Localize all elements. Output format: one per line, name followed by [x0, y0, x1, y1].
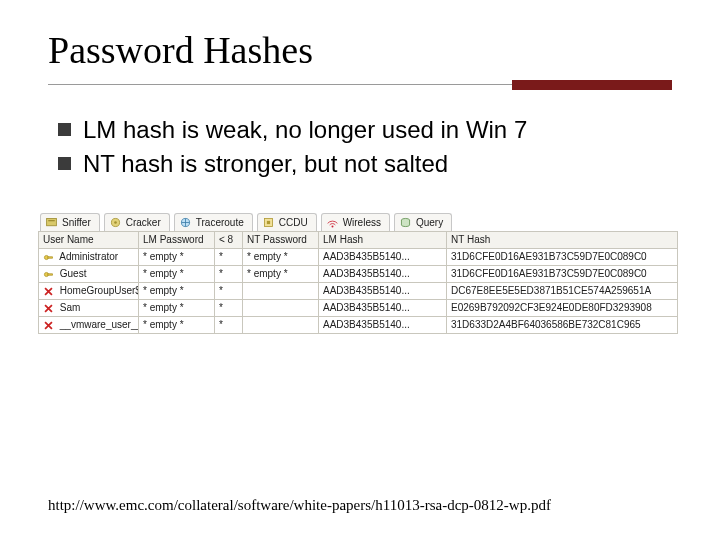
tab-label: Cracker	[126, 217, 161, 228]
cracker-icon	[109, 216, 122, 229]
cell-lt8: *	[215, 299, 243, 316]
cell-lmhash: AAD3B435B5140...	[319, 248, 447, 265]
table-body: Administrator * empty * * * empty * AAD3…	[39, 248, 678, 333]
tab-sniffer[interactable]: Sniffer	[40, 213, 100, 231]
cell-user: __vmware_user__	[39, 316, 139, 333]
svg-rect-0	[47, 218, 57, 225]
cell-ntpw	[243, 316, 319, 333]
svg-rect-1	[48, 220, 55, 221]
cell-ntpw: * empty *	[243, 248, 319, 265]
slide-title: Password Hashes	[48, 28, 672, 72]
bullet-list: LM hash is weak, no longer used in Win 7…	[58, 114, 672, 181]
cell-lmhash: AAD3B435B5140...	[319, 316, 447, 333]
tab-cracker[interactable]: Cracker	[104, 213, 170, 231]
x-icon	[43, 286, 54, 297]
tab-label: Sniffer	[62, 217, 91, 228]
cell-lmpw: * empty *	[139, 299, 215, 316]
tab-traceroute[interactable]: Traceroute	[174, 213, 253, 231]
key-icon	[43, 252, 54, 263]
table-row[interactable]: Guest * empty * * * empty * AAD3B435B514…	[39, 265, 678, 282]
cell-lmhash: AAD3B435B5140...	[319, 299, 447, 316]
cell-lt8: *	[215, 248, 243, 265]
ccdu-icon	[262, 216, 275, 229]
cell-user: HomeGroupUser$	[39, 282, 139, 299]
svg-rect-10	[48, 274, 53, 275]
key-icon	[43, 269, 54, 280]
query-icon	[399, 216, 412, 229]
traceroute-icon	[179, 216, 192, 229]
cell-text: Sam	[60, 302, 81, 313]
x-icon	[43, 303, 54, 314]
svg-point-2	[114, 221, 117, 224]
tab-bar: Sniffer Cracker Traceroute CCDU	[38, 211, 678, 231]
col-lmpw[interactable]: LM Password	[139, 231, 215, 248]
slide: Password Hashes LM hash is weak, no long…	[0, 0, 720, 540]
cell-user: Sam	[39, 299, 139, 316]
cell-lmpw: * empty *	[139, 316, 215, 333]
bullet-icon	[58, 123, 71, 136]
title-rule-thick	[512, 80, 672, 90]
tab-ccdu[interactable]: CCDU	[257, 213, 317, 231]
cell-nthash: 31D6CFE0D16AE931B73C59D7E0C089C0	[447, 248, 678, 265]
hash-table: User Name LM Password < 8 NT Password LM…	[38, 231, 678, 334]
col-ntpw[interactable]: NT Password	[243, 231, 319, 248]
table-header-row: User Name LM Password < 8 NT Password LM…	[39, 231, 678, 248]
x-icon	[43, 320, 54, 331]
col-lt8[interactable]: < 8	[215, 231, 243, 248]
cell-nthash: 31D633D2A4BF64036586BE732C81C965	[447, 316, 678, 333]
bullet-icon	[58, 157, 71, 170]
wireless-icon	[326, 216, 339, 229]
col-user[interactable]: User Name	[39, 231, 139, 248]
cell-lt8: *	[215, 282, 243, 299]
cell-lmpw: * empty *	[139, 282, 215, 299]
sniffer-icon	[45, 216, 58, 229]
table-row[interactable]: HomeGroupUser$ * empty * * AAD3B435B5140…	[39, 282, 678, 299]
cell-nthash: E0269B792092CF3E924E0DE80FD3293908	[447, 299, 678, 316]
cell-lmpw: * empty *	[139, 248, 215, 265]
table-row[interactable]: __vmware_user__ * empty * * AAD3B435B514…	[39, 316, 678, 333]
cell-lmhash: AAD3B435B5140...	[319, 282, 447, 299]
bullet-text: LM hash is weak, no longer used in Win 7	[83, 114, 527, 146]
cell-lt8: *	[215, 265, 243, 282]
col-nthash[interactable]: NT Hash	[447, 231, 678, 248]
svg-rect-8	[48, 257, 53, 258]
cell-user: Administrator	[39, 248, 139, 265]
cell-text: HomeGroupUser$	[60, 285, 139, 296]
bullet-text: NT hash is stronger, but not salted	[83, 148, 448, 180]
svg-point-5	[331, 225, 333, 227]
title-rule	[48, 78, 672, 92]
tab-label: Wireless	[343, 217, 381, 228]
cell-user: Guest	[39, 265, 139, 282]
cell-ntpw	[243, 282, 319, 299]
tab-label: Traceroute	[196, 217, 244, 228]
tab-query[interactable]: Query	[394, 213, 452, 231]
app-screenshot: Sniffer Cracker Traceroute CCDU	[38, 211, 678, 334]
footer-link[interactable]: http://www.emc.com/collateral/software/w…	[48, 497, 551, 514]
cell-lmhash: AAD3B435B5140...	[319, 265, 447, 282]
table-row[interactable]: Administrator * empty * * * empty * AAD3…	[39, 248, 678, 265]
bullet-item: NT hash is stronger, but not salted	[58, 148, 672, 180]
tab-wireless[interactable]: Wireless	[321, 213, 390, 231]
cell-text: __vmware_user__	[60, 319, 139, 330]
bullet-item: LM hash is weak, no longer used in Win 7	[58, 114, 672, 146]
tab-label: CCDU	[279, 217, 308, 228]
cell-lmpw: * empty *	[139, 265, 215, 282]
col-lmhash[interactable]: LM Hash	[319, 231, 447, 248]
cell-nthash: DC67E8EE5E5ED3871B51CE574A259651A	[447, 282, 678, 299]
tab-label: Query	[416, 217, 443, 228]
cell-nthash: 31D6CFE0D16AE931B73C59D7E0C089C0	[447, 265, 678, 282]
cell-text: Administrator	[59, 251, 118, 262]
cell-lt8: *	[215, 316, 243, 333]
cell-ntpw	[243, 299, 319, 316]
cell-ntpw: * empty *	[243, 265, 319, 282]
cell-text: Guest	[60, 268, 87, 279]
table-row[interactable]: Sam * empty * * AAD3B435B5140... E0269B7…	[39, 299, 678, 316]
